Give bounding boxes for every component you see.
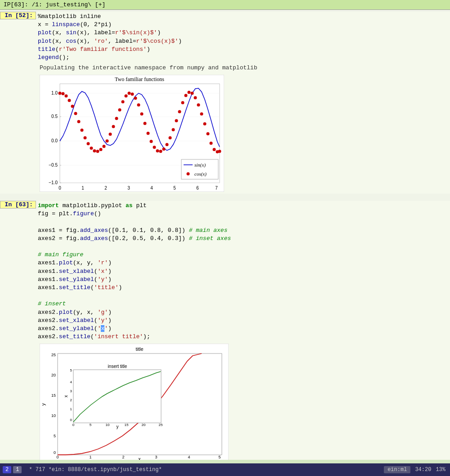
- cell-52-output-text: Populating the interactive namespace fro…: [40, 64, 257, 71]
- svg-point-43: [112, 125, 115, 128]
- svg-point-72: [203, 122, 207, 126]
- svg-point-69: [194, 96, 197, 100]
- svg-point-47: [125, 95, 128, 98]
- svg-text:0.5: 0.5: [51, 114, 58, 119]
- cell-52-code[interactable]: %matplotlib inline x = linspace(0, 2*pi)…: [36, 12, 450, 63]
- svg-text:7: 7: [215, 186, 218, 190]
- svg-point-49: [131, 93, 134, 96]
- svg-text:20: 20: [142, 423, 146, 427]
- plot1-svg: Two familiar functions 1.0 0.5 0.0 −0.5 …: [40, 75, 224, 192]
- svg-point-57: [156, 150, 159, 153]
- title-text: IP[63]: /1: just_testing\ [+]: [4, 1, 105, 8]
- svg-text:x: x: [138, 456, 141, 460]
- svg-point-32: [77, 120, 81, 123]
- svg-text:2: 2: [104, 186, 107, 190]
- svg-point-42: [109, 133, 112, 136]
- svg-point-26: [58, 92, 62, 95]
- svg-text:0: 0: [72, 423, 75, 427]
- status-num1: 2: [3, 466, 11, 473]
- svg-point-67: [188, 91, 191, 94]
- svg-text:2: 2: [122, 455, 124, 459]
- cell-52-output: Populating the interactive namespace fro…: [0, 63, 450, 73]
- svg-point-68: [191, 92, 194, 95]
- svg-point-59: [162, 148, 166, 151]
- svg-text:1: 1: [70, 407, 72, 411]
- cell-63-input: In [63]: import matplotlib.pyplot as plt…: [0, 201, 450, 342]
- svg-text:0: 0: [58, 186, 61, 190]
- svg-text:5: 5: [54, 434, 56, 438]
- svg-text:4: 4: [188, 455, 190, 459]
- svg-text:5: 5: [218, 455, 220, 459]
- svg-point-48: [128, 92, 131, 95]
- svg-point-75: [213, 148, 216, 151]
- svg-text:sin(x): sin(x): [194, 162, 206, 168]
- status-bar: 2 1 * 717 *ein: 8888/test.ipynb/just_tes…: [0, 463, 450, 476]
- cell-63-code[interactable]: import matplotlib.pyplot as plt fig = pl…: [36, 201, 450, 342]
- status-mode: ein:ml: [384, 466, 410, 473]
- svg-point-66: [184, 94, 188, 97]
- svg-point-73: [207, 132, 210, 136]
- svg-point-28: [65, 95, 68, 98]
- svg-text:10: 10: [106, 423, 110, 427]
- svg-point-58: [159, 150, 162, 153]
- cell-52-input: In [52]: %matplotlib inline x = linspace…: [0, 12, 450, 63]
- status-right: ein:ml 34:20 13%: [379, 466, 450, 473]
- svg-point-62: [172, 128, 175, 131]
- svg-text:−0.5: −0.5: [49, 163, 58, 168]
- svg-text:Two familiar functions: Two familiar functions: [115, 76, 164, 82]
- cell-52-prompt: In [52]:: [0, 12, 36, 19]
- svg-text:3: 3: [155, 455, 157, 459]
- svg-text:25: 25: [159, 423, 163, 427]
- status-position: 34:20: [415, 467, 431, 473]
- svg-point-74: [210, 142, 213, 145]
- status-filename: *ein: 8888/test.ipynb/just_testing*: [49, 467, 162, 473]
- svg-text:cos(x): cos(x): [194, 171, 207, 177]
- svg-text:10: 10: [51, 413, 56, 418]
- status-left: 2 1: [0, 466, 24, 473]
- svg-point-34: [84, 136, 87, 140]
- svg-point-56: [153, 146, 156, 149]
- svg-point-29: [68, 99, 71, 102]
- svg-point-77: [218, 150, 221, 153]
- svg-text:15: 15: [125, 423, 129, 427]
- svg-point-51: [137, 104, 140, 107]
- svg-text:1: 1: [81, 186, 84, 190]
- svg-point-65: [181, 101, 184, 104]
- svg-point-30: [71, 105, 74, 108]
- svg-point-63: [175, 119, 178, 122]
- status-percent: 13%: [436, 467, 446, 473]
- svg-text:y: y: [117, 424, 119, 429]
- svg-point-36: [90, 147, 93, 150]
- svg-point-54: [147, 132, 150, 135]
- svg-text:y: y: [40, 403, 46, 406]
- svg-text:3: 3: [127, 186, 130, 190]
- svg-point-35: [87, 142, 90, 145]
- status-indicator: * 717: [29, 467, 48, 473]
- svg-point-27: [62, 92, 65, 95]
- svg-text:5: 5: [90, 423, 92, 427]
- svg-text:title: title: [135, 346, 143, 352]
- notebook[interactable]: In [52]: %matplotlib inline x = linspace…: [0, 10, 450, 460]
- status-middle: * 717 *ein: 8888/test.ipynb/just_testing…: [24, 467, 379, 473]
- svg-text:4: 4: [150, 186, 153, 190]
- svg-point-31: [74, 112, 77, 115]
- svg-point-50: [134, 97, 137, 100]
- svg-text:1.0: 1.0: [51, 91, 58, 95]
- svg-text:6: 6: [196, 186, 199, 190]
- svg-text:x: x: [63, 395, 68, 398]
- svg-point-41: [106, 140, 109, 143]
- svg-text:0: 0: [54, 450, 56, 455]
- svg-text:5: 5: [70, 368, 72, 372]
- title-bar: IP[63]: /1: just_testing\ [+]: [0, 0, 450, 10]
- svg-text:20: 20: [51, 373, 56, 377]
- plot2-svg: title y x 25 20 15 10 5 0 0 1 2 3 4 5: [40, 344, 229, 460]
- svg-point-39: [99, 148, 103, 151]
- svg-point-52: [140, 113, 144, 116]
- svg-text:1: 1: [89, 455, 91, 459]
- svg-text:25: 25: [51, 353, 56, 357]
- svg-text:insert title: insert title: [108, 364, 127, 369]
- svg-text:4: 4: [70, 380, 72, 384]
- svg-text:2: 2: [70, 398, 72, 402]
- svg-text:15: 15: [51, 393, 56, 398]
- svg-point-40: [103, 145, 106, 148]
